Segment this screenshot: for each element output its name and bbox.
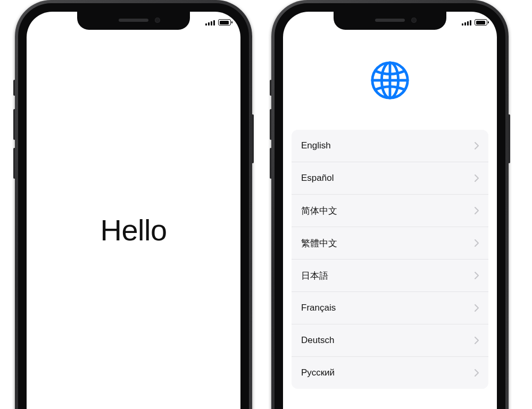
front-camera: [155, 18, 160, 23]
language-row-francais[interactable]: Français: [292, 292, 488, 324]
language-label: Español: [301, 173, 334, 183]
speaker: [375, 19, 405, 22]
language-label: English: [301, 140, 331, 151]
language-label: 日本語: [301, 270, 328, 282]
language-row-traditional-chinese[interactable]: 繁體中文: [292, 227, 488, 260]
status-bar: [205, 18, 231, 27]
language-label: 简体中文: [301, 205, 337, 217]
chevron-right-icon: [475, 239, 479, 247]
screen: Hello: [27, 12, 240, 409]
notch: [77, 12, 190, 30]
language-label: Русский: [301, 368, 335, 378]
hello-greeting: Hello: [27, 213, 240, 247]
front-camera: [411, 18, 417, 23]
battery-icon: [475, 19, 487, 26]
battery-icon: [218, 19, 231, 26]
chevron-right-icon: [475, 142, 479, 149]
phone-language-select: English Español 简体中文: [271, 0, 509, 409]
chevron-right-icon: [475, 174, 479, 182]
language-row-japanese[interactable]: 日本語: [292, 260, 488, 292]
language-label: 繁體中文: [301, 237, 337, 249]
language-row-deutsch[interactable]: Deutsch: [292, 324, 488, 357]
language-row-russian[interactable]: Русский: [292, 357, 488, 389]
language-label: Français: [301, 303, 336, 313]
cellular-signal-icon: [462, 19, 471, 26]
screen: English Español 简体中文: [283, 12, 497, 409]
chevron-right-icon: [475, 369, 479, 377]
speaker: [119, 19, 148, 22]
chevron-right-icon: [475, 337, 479, 344]
notch: [334, 12, 446, 30]
chevron-right-icon: [475, 304, 479, 312]
globe-icon: [369, 60, 411, 101]
language-label: Deutsch: [301, 335, 334, 346]
chevron-right-icon: [475, 207, 479, 214]
language-row-espanol[interactable]: Español: [292, 162, 488, 195]
language-row-simplified-chinese[interactable]: 简体中文: [292, 195, 488, 227]
status-bar: [462, 18, 487, 27]
chevron-right-icon: [475, 272, 479, 279]
language-list: English Español 简体中文: [292, 130, 488, 389]
phone-hello: Hello: [15, 0, 252, 409]
cellular-signal-icon: [205, 19, 215, 26]
language-row-english[interactable]: English: [292, 130, 488, 162]
